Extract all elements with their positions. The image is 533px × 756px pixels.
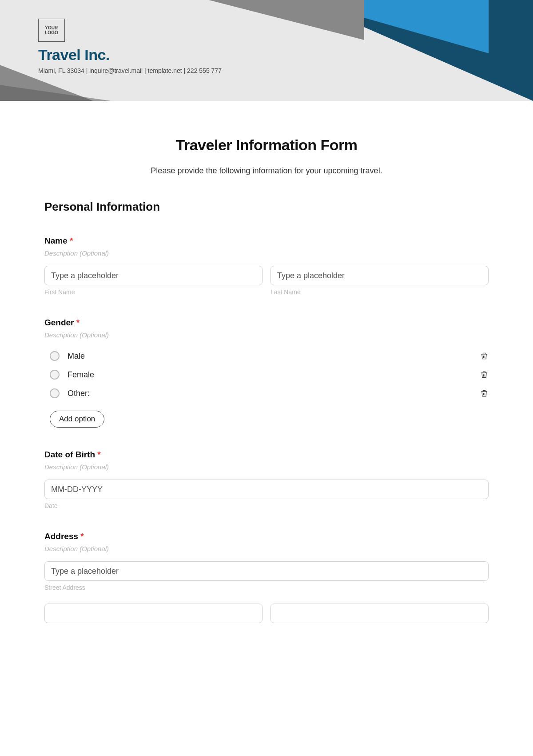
trash-icon[interactable] [480, 388, 489, 398]
desc-address[interactable]: Description (Optional) [44, 545, 489, 552]
label-gender: Gender * [44, 318, 489, 328]
label-address: Address * [44, 532, 489, 541]
radio-icon [50, 351, 60, 361]
radio-icon [50, 370, 60, 380]
form-body: Traveler Information Form Please provide… [0, 101, 533, 641]
label-name: Name * [44, 236, 489, 246]
last-name-sublabel: Last Name [270, 288, 489, 296]
last-name-input[interactable] [270, 266, 489, 285]
add-option-button[interactable]: Add option [50, 411, 104, 428]
field-name: Name * Description (Optional) First Name… [44, 236, 489, 296]
desc-name[interactable]: Description (Optional) [44, 249, 489, 257]
radio-option-other[interactable]: Other: [44, 384, 489, 403]
form-subtitle: Please provide the following information… [44, 166, 489, 176]
logo-placeholder: YOUR LOGO [38, 19, 65, 42]
radio-option-male[interactable]: Male [44, 347, 489, 365]
radio-label: Female [68, 370, 94, 380]
radio-icon [50, 388, 60, 398]
dob-sublabel: Date [44, 502, 489, 509]
required-marker: * [76, 318, 80, 327]
label-dob: Date of Birth * [44, 450, 489, 460]
field-address: Address * Description (Optional) Street … [44, 532, 489, 623]
company-name: Travel Inc. [38, 46, 533, 64]
required-marker: * [80, 532, 84, 541]
address-input-2[interactable] [44, 604, 263, 623]
desc-gender[interactable]: Description (Optional) [44, 331, 489, 339]
first-name-sublabel: First Name [44, 288, 263, 296]
required-marker: * [97, 450, 100, 459]
street-address-sublabel: Street Address [44, 584, 489, 591]
radio-label: Male [68, 352, 85, 361]
field-dob: Date of Birth * Description (Optional) D… [44, 450, 489, 509]
header-banner: YOUR LOGO Travel Inc. Miami, FL 33034 | … [0, 0, 533, 101]
decor-triangle-bottom-dark [0, 79, 142, 101]
radio-label: Other: [68, 389, 90, 398]
trash-icon[interactable] [480, 370, 489, 380]
desc-dob[interactable]: Description (Optional) [44, 463, 489, 471]
company-contact-line: Miami, FL 33034 | inquire@travel.mail | … [38, 67, 533, 74]
street-address-input[interactable] [44, 561, 489, 581]
required-marker: * [70, 236, 73, 245]
form-title: Traveler Information Form [44, 136, 489, 154]
label-dob-text: Date of Birth [44, 450, 95, 459]
field-gender: Gender * Description (Optional) Male Fem… [44, 318, 489, 428]
section-heading-personal: Personal Information [44, 200, 489, 214]
label-gender-text: Gender [44, 318, 74, 327]
dob-input[interactable] [44, 480, 489, 499]
label-address-text: Address [44, 532, 78, 541]
radio-option-female[interactable]: Female [44, 365, 489, 384]
trash-icon[interactable] [480, 351, 489, 361]
first-name-input[interactable] [44, 266, 263, 285]
label-name-text: Name [44, 236, 68, 245]
address-input-3[interactable] [270, 604, 489, 623]
